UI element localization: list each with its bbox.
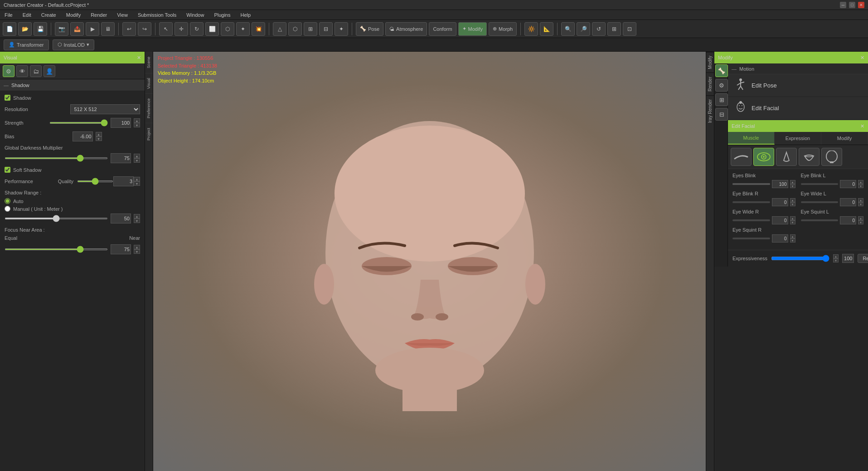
facial-mouth-btn[interactable] <box>799 148 820 166</box>
strength-down[interactable]: ▼ <box>134 123 140 127</box>
modify-tab-body[interactable]: ⚙ <box>715 79 728 92</box>
menu-submission-tools[interactable]: Submission Tools <box>136 12 178 18</box>
transformer-button[interactable]: 👤 Transformer <box>4 39 49 50</box>
eye-wide-r-down[interactable]: ▼ <box>790 220 795 224</box>
rotate-button[interactable]: ↻ <box>190 22 204 36</box>
strength-input[interactable] <box>111 118 131 128</box>
modify-tab-bone[interactable]: 🦴 <box>715 64 728 77</box>
resolution-select[interactable]: 512 X 512 256 X 256 1024 X 1024 2048 X 2… <box>70 104 141 114</box>
eye-blink-l-down[interactable]: ▼ <box>858 184 863 188</box>
global-darkness-input[interactable] <box>111 153 131 163</box>
eye-wide-r-input[interactable] <box>772 216 788 224</box>
global-darkness-down[interactable]: ▼ <box>134 158 140 163</box>
zoom-out[interactable]: 🔎 <box>577 22 590 36</box>
edit-pose-button[interactable]: Edit Pose <box>728 74 868 97</box>
panel-tab-settings[interactable]: ⚙ <box>3 65 15 77</box>
menu-plugins[interactable]: Plugins <box>212 12 232 18</box>
maximize-button[interactable]: □ <box>849 2 855 8</box>
eye-blink-r-input[interactable] <box>772 198 788 206</box>
auto-radio[interactable] <box>5 198 10 204</box>
screen-button[interactable]: 🖥 <box>101 22 115 36</box>
atmosphere-button[interactable]: 🌤 Atmosphere <box>385 22 427 36</box>
eye-squint-r-up[interactable]: ▲ <box>790 234 795 238</box>
eye-wide-l-down[interactable]: ▼ <box>858 202 863 206</box>
pose-button[interactable]: 🦴 Pose <box>356 22 383 36</box>
menu-help[interactable]: Help <box>238 12 252 18</box>
preference-vtab[interactable]: Preference <box>145 93 153 123</box>
eye-squint-l-down[interactable]: ▼ <box>858 220 863 224</box>
bias-input[interactable] <box>73 131 93 141</box>
save-button[interactable]: 💾 <box>34 22 47 36</box>
expressiveness-slider[interactable] <box>771 255 829 262</box>
shape3[interactable]: ⊞ <box>304 22 317 36</box>
bias-down[interactable]: ▼ <box>96 136 102 141</box>
menu-edit[interactable]: Edit <box>21 12 33 18</box>
eyes-blink-down[interactable]: ▼ <box>790 184 795 188</box>
view-option[interactable]: ⊡ <box>623 22 636 36</box>
open-button[interactable]: 📂 <box>18 22 32 36</box>
modify-vtab[interactable]: Modify <box>706 52 714 73</box>
panel-tab-person[interactable]: 👤 <box>44 65 55 77</box>
shape1[interactable]: △ <box>273 22 286 36</box>
left-panel-close-icon[interactable]: ✕ <box>137 55 141 61</box>
redo-button[interactable]: ↪ <box>138 22 151 36</box>
morph-button[interactable]: ⊕ Morph <box>489 22 517 36</box>
edit-facial-motion-button[interactable]: Edit Facial <box>728 97 868 120</box>
minimize-button[interactable]: ─ <box>840 2 846 8</box>
facial-head-btn[interactable] <box>821 148 842 166</box>
facial-brow-btn[interactable] <box>731 148 752 166</box>
tab-expression[interactable]: Expression <box>775 132 821 145</box>
global-darkness-up[interactable]: ▲ <box>134 154 140 158</box>
shape5[interactable]: ✦ <box>335 22 348 36</box>
shadow-checkbox[interactable] <box>5 95 10 101</box>
view-grid[interactable]: ⊞ <box>607 22 621 36</box>
quality-down[interactable]: ▼ <box>134 181 140 186</box>
shape2[interactable]: ⬡ <box>288 22 302 36</box>
iray-render-vtab[interactable]: Iray Render <box>706 95 714 126</box>
expr-down[interactable]: ▼ <box>833 258 839 262</box>
fx-button[interactable]: 💥 <box>252 22 265 36</box>
menu-view[interactable]: View <box>115 12 130 18</box>
eyes-blink-up[interactable]: ▲ <box>790 180 795 184</box>
eye-blink-r-down[interactable]: ▼ <box>790 202 795 206</box>
light-button[interactable]: 🔆 <box>524 22 538 36</box>
eye-squint-l-input[interactable] <box>840 216 856 224</box>
eye-squint-l-up[interactable]: ▲ <box>858 216 863 220</box>
shadow-collapse-icon[interactable]: — <box>4 83 9 88</box>
tab-muscle[interactable]: Muscle <box>728 132 775 145</box>
eye-squint-r-input[interactable] <box>772 234 788 243</box>
snap-button[interactable]: ✦ <box>236 22 250 36</box>
edit-facial-close-icon[interactable]: ✕ <box>860 123 864 129</box>
manual-radio[interactable] <box>5 206 10 212</box>
move-button[interactable]: ✛ <box>175 22 188 36</box>
eye-wide-l-input[interactable] <box>840 198 856 206</box>
undo-button[interactable]: ↩ <box>122 22 136 36</box>
expr-up[interactable]: ▲ <box>833 254 839 258</box>
menu-create[interactable]: Create <box>39 12 58 18</box>
quality-input[interactable] <box>113 176 134 186</box>
menu-window[interactable]: Window <box>184 12 206 18</box>
quality-up[interactable]: ▲ <box>134 177 140 181</box>
motion-collapse-icon[interactable]: — <box>732 66 737 72</box>
viewport[interactable]: Project Triangle : 130556 Selected Trian… <box>153 52 706 471</box>
panel-tab-eye[interactable]: 👁 <box>16 65 28 77</box>
strength-up[interactable]: ▲ <box>134 118 140 123</box>
eye-blink-l-up[interactable]: ▲ <box>858 180 863 184</box>
instaLOD-button[interactable]: ⬡ InstaLOD ▾ <box>53 39 94 50</box>
facial-nose-btn[interactable] <box>776 148 797 166</box>
modify-tab-checker[interactable]: ⊟ <box>715 108 728 121</box>
scene-vtab[interactable]: Scene <box>145 52 153 73</box>
focus-input[interactable] <box>111 244 131 254</box>
measure-button[interactable]: 📐 <box>540 22 553 36</box>
modify-panel-close-icon[interactable]: ✕ <box>860 55 864 61</box>
menu-modify[interactable]: Modify <box>64 12 82 18</box>
menu-file[interactable]: File <box>3 12 15 18</box>
manual-input[interactable] <box>111 214 131 223</box>
eye-wide-l-up[interactable]: ▲ <box>858 198 863 202</box>
eye-blink-r-up[interactable]: ▲ <box>790 198 795 202</box>
eye-blink-l-input[interactable] <box>840 180 856 188</box>
select-button[interactable]: ↖ <box>159 22 173 36</box>
reset-view[interactable]: ↺ <box>592 22 606 36</box>
manual-slider[interactable] <box>5 218 108 219</box>
modify-toolbar-button[interactable]: ✦ Modify <box>458 22 487 36</box>
